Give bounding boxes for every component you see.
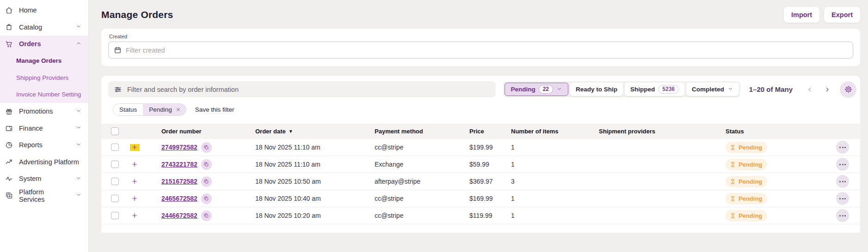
order-number-link[interactable]: 2151672582 <box>161 178 197 185</box>
export-button[interactable]: Export <box>824 7 860 23</box>
created-filter-input[interactable] <box>126 47 848 54</box>
col-number-of-items: Number of items <box>511 128 599 135</box>
order-price: $169.99 <box>469 195 511 202</box>
status-badge: Pending <box>726 210 767 222</box>
orders-table: Order number Order date ▼ Payment method… <box>101 124 860 224</box>
row-checkbox[interactable] <box>111 161 119 168</box>
sidebar-item-manage-orders[interactable]: Manage Orders <box>0 53 88 70</box>
row-checkbox[interactable] <box>111 178 119 186</box>
order-date: 18 Nov 2025 11:10 am <box>250 161 375 168</box>
copy-icon[interactable] <box>201 159 212 170</box>
order-number-link[interactable]: 2743221782 <box>161 161 197 168</box>
copy-icon[interactable] <box>201 176 212 187</box>
pie-chart-icon <box>5 141 13 149</box>
col-shipment-providers: Shipment providers <box>599 128 726 135</box>
order-date: 18 Nov 2025 10:40 am <box>250 195 375 202</box>
col-payment-method: Payment method <box>375 128 469 135</box>
status-label: Pending <box>739 212 762 219</box>
sidebar-item-label: Platform Services <box>19 188 69 203</box>
hourglass-icon <box>730 144 736 150</box>
table-row: 2465672582 18 Nov 2025 10:40 am cc@strip… <box>101 190 860 207</box>
order-price: $369.97 <box>469 178 511 185</box>
next-page-button[interactable] <box>821 84 833 96</box>
order-search-bar <box>108 81 496 97</box>
tab-shipped[interactable]: Shipped 5236 <box>625 83 684 96</box>
row-actions-button[interactable] <box>836 175 849 188</box>
copy-icon[interactable] <box>201 142 212 153</box>
tab-pending[interactable]: Pending 22 <box>505 83 568 96</box>
order-search-input[interactable] <box>127 86 490 93</box>
chip-field-label: Status <box>113 104 143 115</box>
topbar: Manage Orders Import Export <box>89 0 868 23</box>
number-of-items: 1 <box>511 144 599 151</box>
tab-label: Completed <box>692 86 724 93</box>
orders-card: Pending 22 Ready to Ship Shipped 5236 Co… <box>101 76 860 233</box>
chip-value[interactable]: Pending <box>143 104 186 115</box>
col-order-number: Order number <box>146 128 250 135</box>
home-icon <box>5 6 13 14</box>
copy-icon[interactable] <box>201 193 212 204</box>
tab-ready-to-ship[interactable]: Ready to Ship <box>570 83 623 96</box>
hourglass-icon <box>730 196 736 202</box>
order-number-link[interactable]: 2446672582 <box>161 212 197 219</box>
sidebar: Home Catalog Orders Manage Orders Shippi… <box>0 0 89 252</box>
manage-orders-page: Home Catalog Orders Manage Orders Shippi… <box>0 0 868 252</box>
order-number-link[interactable]: 2749972582 <box>161 144 197 151</box>
row-actions-button[interactable] <box>836 158 849 171</box>
status-label: Pending <box>739 144 762 151</box>
tab-completed[interactable]: Completed <box>686 83 739 96</box>
sidebar-item-advertising-platform[interactable]: Advertising Platform <box>0 154 88 171</box>
order-price: $119.99 <box>469 212 511 219</box>
select-all-checkbox[interactable] <box>111 127 119 135</box>
row-actions-button[interactable] <box>836 209 849 222</box>
tab-label: Shipped <box>630 86 655 93</box>
sidebar-item-reports[interactable]: Reports <box>0 137 88 154</box>
copy-icon[interactable] <box>201 210 212 221</box>
sidebar-item-platform-services[interactable]: Platform Services <box>0 187 88 204</box>
row-checkbox[interactable] <box>111 144 119 151</box>
chevron-down-icon <box>75 23 82 31</box>
sidebar-item-catalog[interactable]: Catalog <box>0 19 88 36</box>
sidebar-item-home[interactable]: Home <box>0 2 88 19</box>
wallet-icon <box>5 124 13 132</box>
number-of-items: 1 <box>511 212 599 219</box>
row-checkbox[interactable] <box>111 195 119 203</box>
save-filter-link[interactable]: Save this filter <box>195 106 234 113</box>
hourglass-icon <box>730 162 736 168</box>
col-order-date[interactable]: Order date ▼ <box>250 128 375 135</box>
expand-row-icon[interactable] <box>130 178 140 185</box>
table-settings-button[interactable] <box>840 81 856 98</box>
expand-row-icon[interactable] <box>130 144 140 151</box>
chevron-down-icon <box>75 108 82 115</box>
sidebar-item-orders[interactable]: Orders <box>0 36 88 53</box>
sidebar-item-finance[interactable]: Finance <box>0 120 88 137</box>
table-row: 2151672582 18 Nov 2025 10:50 am afterpay… <box>101 173 860 190</box>
expand-row-icon[interactable] <box>130 195 140 202</box>
sidebar-item-label: Promotions <box>19 108 53 115</box>
orders-toolbar: Pending 22 Ready to Ship Shipped 5236 Co… <box>101 81 860 97</box>
payment-method: afterpay@stripe <box>375 178 469 185</box>
status-badge: Pending <box>726 193 767 204</box>
order-number-link[interactable]: 2465672582 <box>161 195 197 202</box>
number-of-items: 1 <box>511 195 599 202</box>
row-actions-button[interactable] <box>836 141 849 154</box>
number-of-items: 3 <box>511 178 599 185</box>
sidebar-item-shipping-providers[interactable]: Shipping Providers <box>0 69 88 86</box>
main-content: Manage Orders Import Export Created Pend… <box>89 0 868 252</box>
sidebar-item-promotions[interactable]: Promotions <box>0 103 88 120</box>
table-row: 2743221782 18 Nov 2025 11:10 am Exchange… <box>101 156 860 173</box>
row-actions-button[interactable] <box>836 192 849 205</box>
expand-row-icon[interactable] <box>130 161 140 168</box>
import-button[interactable]: Import <box>784 7 819 23</box>
prev-page-button[interactable] <box>804 84 816 96</box>
row-checkbox[interactable] <box>111 212 119 220</box>
payment-method: cc@stripe <box>375 144 469 151</box>
chevron-left-icon <box>806 86 813 93</box>
expand-row-icon[interactable] <box>130 212 140 219</box>
sidebar-item-system[interactable]: System <box>0 170 88 187</box>
close-icon[interactable] <box>176 107 181 112</box>
table-row: 2446672582 18 Nov 2025 10:20 am cc@strip… <box>101 207 860 224</box>
order-date: 18 Nov 2025 11:10 am <box>250 144 375 151</box>
chevron-down-icon <box>556 86 562 93</box>
sidebar-item-invoice-number-setting[interactable]: Invoice Number Setting <box>0 86 88 103</box>
